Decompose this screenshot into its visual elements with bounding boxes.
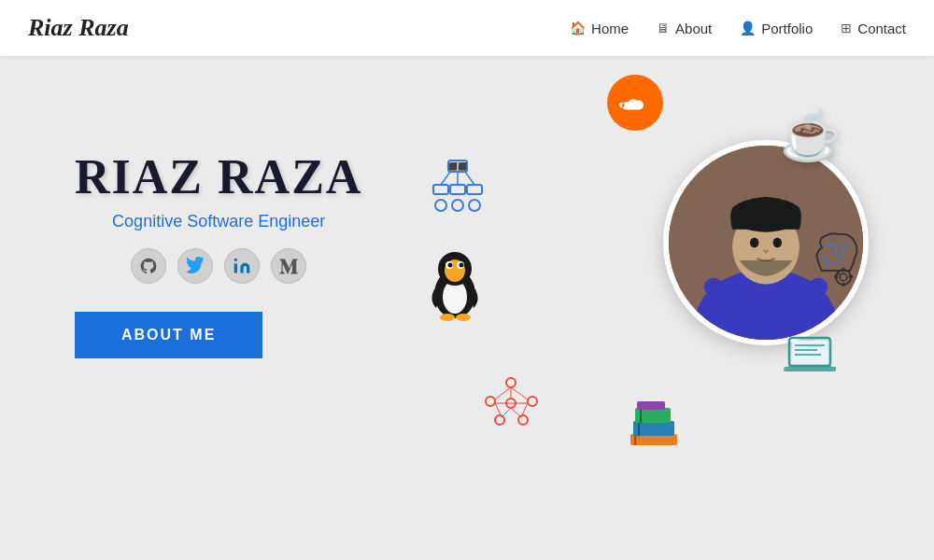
coffee-icon: ☕ (780, 107, 841, 164)
svg-point-45 (528, 397, 537, 406)
svg-rect-64 (637, 401, 665, 410)
nav-item-contact[interactable]: ⊞ Contact (841, 21, 906, 36)
svg-point-8 (773, 238, 782, 247)
svg-point-28 (450, 270, 460, 276)
svg-point-43 (506, 378, 516, 387)
nav-label-about: About (675, 21, 712, 36)
logo[interactable]: Riaz Raza (28, 14, 129, 42)
svg-point-47 (518, 415, 528, 425)
svg-line-11 (441, 172, 450, 185)
nav-label-contact: Contact (857, 21, 906, 36)
header: Riaz Raza 🏠 Home 🖥 About 👤 Portfolio ⊞ C… (0, 0, 934, 56)
svg-rect-33 (842, 268, 845, 272)
svg-point-44 (486, 397, 495, 406)
svg-point-0 (234, 259, 237, 261)
social-icons-row (75, 248, 362, 284)
svg-point-19 (469, 200, 480, 211)
main-content: RIAZ RAZA Cognitive Software Engineer (0, 56, 934, 560)
svg-line-49 (495, 387, 511, 399)
penguin-svg (425, 252, 486, 322)
books-svg (626, 397, 682, 448)
svg-point-32 (840, 273, 847, 281)
svg-line-13 (465, 172, 474, 185)
laptop-svg (780, 336, 841, 383)
network-structure-icon: ⬛⬛ (430, 159, 486, 218)
about-me-button[interactable]: ABOUT ME (75, 312, 262, 358)
nav-label-home: Home (591, 21, 629, 36)
soundcloud-circle (607, 75, 663, 131)
svg-point-30 (456, 314, 471, 321)
soundcloud-icon (607, 75, 663, 131)
laptop-icon (780, 336, 841, 386)
hero-name: RIAZ RAZA (75, 149, 362, 204)
svg-rect-14 (433, 185, 448, 194)
nav-item-home[interactable]: 🏠 Home (570, 21, 629, 36)
coffee-emoji: ☕ (780, 107, 841, 164)
nav: 🏠 Home 🖥 About 👤 Portfolio ⊞ Contact (570, 21, 906, 36)
home-icon: 🏠 (570, 21, 586, 35)
medium-social-icon[interactable] (271, 248, 306, 284)
brain-svg (808, 229, 864, 289)
svg-rect-34 (842, 283, 845, 287)
monitor-icon: 🖥 (657, 21, 670, 35)
svg-rect-16 (467, 185, 482, 194)
svg-point-46 (495, 415, 504, 425)
svg-rect-35 (849, 275, 853, 278)
svg-line-56 (502, 408, 511, 417)
svg-text:⬛⬛: ⬛⬛ (448, 161, 467, 171)
hero-title: Cognitive Software Engineer (75, 212, 362, 231)
svg-point-7 (750, 238, 758, 247)
github-social-icon[interactable] (131, 248, 166, 284)
svg-point-26 (448, 263, 453, 268)
svg-line-37 (838, 272, 840, 275)
svg-rect-15 (450, 185, 465, 194)
svg-rect-39 (792, 341, 828, 363)
svg-rect-36 (834, 275, 838, 278)
hero-section: RIAZ RAZA Cognitive Software Engineer (75, 149, 362, 358)
svg-point-27 (460, 263, 464, 268)
books-icon (626, 397, 682, 452)
nav-label-portfolio: Portfolio (761, 21, 813, 36)
person-icon: 👤 (740, 21, 756, 35)
svg-point-17 (435, 200, 446, 211)
svg-point-29 (440, 314, 455, 321)
linux-penguin-icon (425, 252, 486, 326)
nav-item-about[interactable]: 🖥 About (657, 21, 712, 36)
svg-point-18 (452, 200, 463, 211)
linkedin-social-icon[interactable] (224, 248, 260, 284)
mesh-svg (481, 373, 542, 434)
network-svg: ⬛⬛ (430, 159, 486, 215)
twitter-social-icon[interactable] (177, 248, 213, 284)
svg-line-50 (511, 387, 528, 399)
brain-ai-icon (808, 229, 864, 293)
nav-item-portfolio[interactable]: 👤 Portfolio (740, 21, 813, 36)
svg-line-57 (511, 408, 521, 417)
neural-mesh-icon (481, 373, 542, 438)
grid-icon: ⊞ (841, 21, 852, 35)
